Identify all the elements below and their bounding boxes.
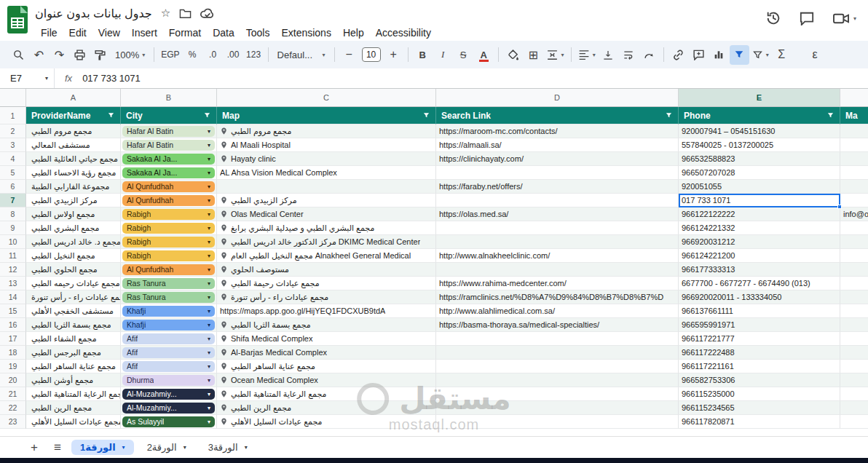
cell-mail[interactable] xyxy=(840,373,868,387)
cell-search-link[interactable] xyxy=(436,194,679,207)
row-number[interactable]: 20 xyxy=(0,373,26,387)
city-dropdown-chip[interactable]: Ras Tanura▾ xyxy=(122,278,215,289)
filter-views-icon[interactable]: ▾ xyxy=(750,45,771,65)
font-size-increase-button[interactable]: + xyxy=(384,45,403,65)
cell-mail[interactable] xyxy=(840,290,868,304)
cell-map[interactable]: مجمع النخيل الطبي العام Alnakheel Genera… xyxy=(217,249,436,263)
cell-provider-name[interactable]: مجمع الرعاية المتناهية الطبي xyxy=(26,387,121,401)
doc-title[interactable]: جدول بيانات بدون عنوان xyxy=(35,7,152,20)
menu-data[interactable]: Data xyxy=(207,25,240,40)
merge-cells-icon[interactable]: ▾ xyxy=(544,45,567,65)
cell-city[interactable]: As Sulayyil▾ xyxy=(121,415,217,429)
cell-mail[interactable] xyxy=(840,318,868,332)
cell-provider-name[interactable]: مجمع د. خالد ادريس الطبي xyxy=(26,235,121,249)
cell-city[interactable]: Khafji▾ xyxy=(121,318,217,332)
city-dropdown-chip[interactable]: Al Qunfudhah▾ xyxy=(122,264,215,275)
cell-search-link[interactable] xyxy=(436,263,679,277)
cell-city[interactable]: Afif▾ xyxy=(121,332,217,346)
cell-search-link[interactable]: https://faraby.net/offers/ xyxy=(436,180,679,194)
table-header-B[interactable]: City xyxy=(121,107,217,124)
cell-search-link[interactable] xyxy=(436,235,679,249)
menu-accessibility[interactable]: Accessibility xyxy=(370,25,437,40)
cell-city[interactable]: Hafar Al Batin▾ xyxy=(121,138,217,152)
row-number[interactable]: 7 xyxy=(0,194,26,207)
cell-city[interactable]: Rabigh▾ xyxy=(121,207,217,221)
cell-phone[interactable]: 6677700 - 6677277 - 6674490 (013) xyxy=(679,277,840,290)
table-header-A[interactable]: ProviderName xyxy=(26,107,121,124)
city-dropdown-chip[interactable]: Hafar Al Batin▾ xyxy=(122,140,215,151)
text-rotation-icon[interactable] xyxy=(639,45,659,65)
cell-city[interactable]: Rabigh▾ xyxy=(121,221,217,235)
header-filter-icon[interactable] xyxy=(203,111,211,119)
menu-tools[interactable]: Tools xyxy=(240,25,276,40)
table-header-D[interactable]: Search Link xyxy=(436,107,679,124)
city-dropdown-chip[interactable]: Sakaka Al Ja...▾ xyxy=(122,154,215,165)
cell-phone-selected[interactable]: 017 733 1071 xyxy=(679,194,840,207)
row-number[interactable]: 11 xyxy=(0,249,26,263)
cell-city[interactable]: Al-Muzahmiy...▾ xyxy=(121,387,217,401)
all-sheets-button[interactable]: ≡ xyxy=(48,439,67,456)
move-folder-icon[interactable] xyxy=(179,8,192,19)
cell-map[interactable]: Shifa Medical Complex xyxy=(217,332,436,346)
text-color-button[interactable]: A xyxy=(474,45,494,65)
cell-phone[interactable]: 966177333313 xyxy=(679,263,840,277)
cell-map[interactable]: مجمع عناية الساهر الطبي xyxy=(217,360,436,373)
cell-phone[interactable]: 966582753306 xyxy=(679,373,840,387)
redo-icon[interactable]: ↷ xyxy=(50,45,69,65)
cell-city[interactable]: Al-Muzahmiy...▾ xyxy=(121,401,217,415)
cell-mail[interactable] xyxy=(840,235,868,249)
cell-mail[interactable] xyxy=(840,194,868,207)
cell-city[interactable]: Rabigh▾ xyxy=(121,249,217,263)
cell-search-link[interactable] xyxy=(436,221,679,235)
bold-button[interactable]: B xyxy=(413,45,433,65)
text-wrap-icon[interactable] xyxy=(619,45,639,65)
city-dropdown-chip[interactable]: Afif▾ xyxy=(122,333,215,344)
cell-mail[interactable] xyxy=(840,277,868,290)
header-filter-icon[interactable] xyxy=(422,111,430,119)
menu-help[interactable]: Help xyxy=(337,25,370,40)
comment-history-icon[interactable] xyxy=(799,11,815,25)
column-header-A[interactable]: A xyxy=(26,89,121,107)
cell-search-link[interactable]: https://maroom-mc.com/contacts/ xyxy=(436,124,679,138)
cell-mail[interactable] xyxy=(840,360,868,373)
functions-sigma-icon[interactable]: Σ xyxy=(772,45,792,65)
cell-city[interactable]: Al Qunfudhah▾ xyxy=(121,180,217,194)
cell-search-link[interactable]: https://clinichayaty.com/ xyxy=(436,152,679,166)
create-filter-icon[interactable] xyxy=(730,45,749,65)
vertical-align-icon[interactable] xyxy=(599,45,618,65)
row-number[interactable]: 9 xyxy=(0,221,26,235)
city-dropdown-chip[interactable]: Al Qunfudhah▾ xyxy=(122,181,215,192)
cell-mail[interactable] xyxy=(840,387,868,401)
cell-city[interactable]: Ras Tanura▾ xyxy=(121,290,217,304)
cell-phone[interactable]: 966115234565 xyxy=(679,401,840,415)
cell-phone[interactable]: 557840025 - 0137200025 xyxy=(679,138,840,152)
cell-provider-name[interactable]: مجمع الشفاء الطبي xyxy=(26,332,121,346)
cell-map[interactable]: Ocean Medical Complex xyxy=(217,373,436,387)
cell-provider-name[interactable]: مجمع عيادات السليل الأهلي xyxy=(26,415,121,429)
row-number[interactable]: 5 xyxy=(0,166,26,180)
formula-input[interactable]: 017 733 1071 xyxy=(82,73,141,84)
cell-search-link[interactable] xyxy=(436,387,679,401)
cell-mail[interactable] xyxy=(840,249,868,263)
cell-search-link[interactable] xyxy=(436,346,679,360)
cell-map[interactable]: مجمع بسمة الثريا الطبي xyxy=(217,318,436,332)
city-dropdown-chip[interactable]: Afif▾ xyxy=(122,361,215,372)
borders-icon[interactable]: ⊞ xyxy=(524,45,543,65)
city-dropdown-chip[interactable]: Al Qunfudhah▾ xyxy=(122,195,215,206)
cell-provider-name[interactable]: مجمع حياتي العائلية الطبي xyxy=(26,152,121,166)
insert-link-icon[interactable] xyxy=(668,45,688,65)
cell-city[interactable]: Dhurma▾ xyxy=(121,373,217,387)
cell-provider-name[interactable]: مستشفى الخفجي الأهلي xyxy=(26,304,121,318)
row-number[interactable]: 2 xyxy=(0,124,26,138)
cell-map[interactable]: مجمع عيادات رحيمة الطبي xyxy=(217,277,436,290)
font-select[interactable]: Defaul... ▾ xyxy=(273,45,330,65)
row-number[interactable]: 1 xyxy=(0,107,26,124)
cell-phone[interactable]: 966124221200 xyxy=(679,249,840,263)
column-header-C[interactable]: C xyxy=(217,89,436,107)
cell-search-link[interactable]: https://www.rahima-medcenter.com/ xyxy=(436,277,679,290)
add-sheet-button[interactable]: + xyxy=(25,439,44,456)
cell-phone[interactable]: 920051055 xyxy=(679,180,840,194)
table-header-E[interactable]: Phone xyxy=(679,107,840,124)
cell-provider-name[interactable]: مجمع الرين الطبي xyxy=(26,401,121,415)
cell-city[interactable]: Rabigh▾ xyxy=(121,235,217,249)
